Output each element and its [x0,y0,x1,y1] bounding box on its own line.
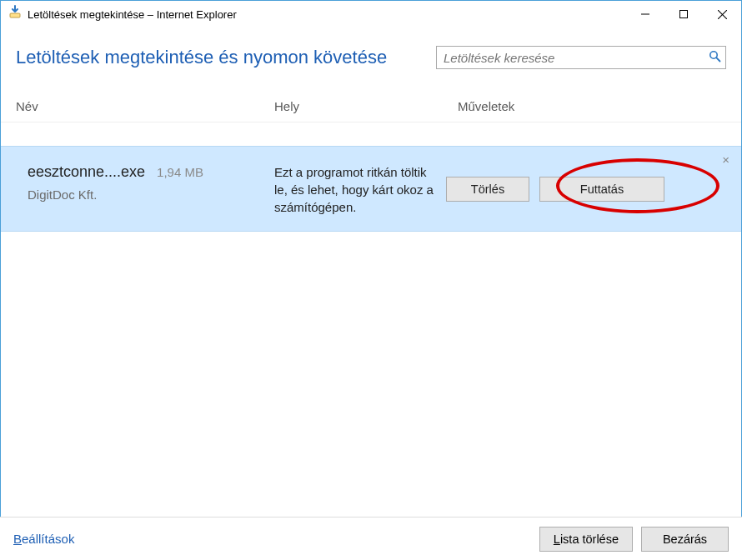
svg-line-6 [716,58,719,61]
window-title: Letöltések megtekintése – Internet Explo… [28,8,237,21]
minimize-button[interactable] [626,1,664,28]
close-button[interactable]: Bezárás [641,527,729,552]
run-button[interactable]: Futtatás [539,177,664,202]
download-filename: eesztconne....exe [28,163,145,181]
column-headers: Név Hely Műveletek [1,76,741,122]
clear-list-button[interactable]: Lista törlése [539,527,633,552]
column-actions: Műveletek [458,99,726,113]
svg-rect-0 [10,13,20,18]
svg-rect-2 [680,11,688,18]
column-name: Név [16,99,274,113]
remove-row-button[interactable]: × [722,153,729,166]
download-app-icon [8,5,23,23]
settings-link[interactable]: Beállítások [13,532,74,546]
search-icon [709,50,721,65]
download-warning: Ezt a programot ritkán töltik le, és leh… [274,163,446,216]
maximize-button[interactable] [664,1,703,28]
footer: Beállítások Lista törlése Bezárás [0,517,742,560]
close-window-button[interactable] [703,1,741,28]
download-size: 1,94 MB [157,165,203,179]
titlebar: Letöltések megtekintése – Internet Explo… [1,1,741,28]
search-wrapper [436,46,726,69]
header: Letöltések megtekintése és nyomon követé… [1,28,741,76]
column-location: Hely [274,99,458,113]
download-row[interactable]: × eesztconne....exe 1,94 MB DigitDoc Kft… [1,146,741,232]
page-title: Letöltések megtekintése és nyomon követé… [16,47,416,68]
search-button[interactable] [703,46,726,69]
download-publisher: DigitDoc Kft. [28,188,274,202]
delete-button[interactable]: Törlés [446,177,529,202]
search-input[interactable] [436,46,726,69]
